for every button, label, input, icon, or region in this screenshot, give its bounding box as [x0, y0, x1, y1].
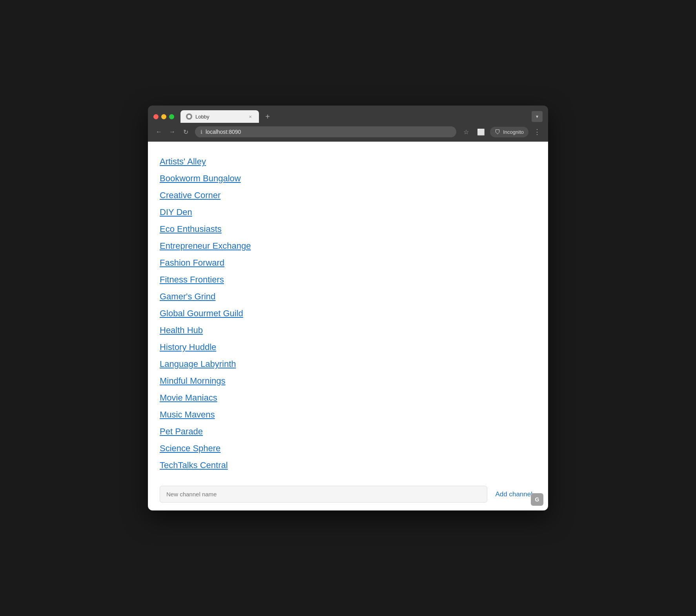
grammarly-icon: G [531, 493, 543, 506]
channel-link[interactable]: Movie Maniacs [160, 390, 217, 406]
address-bar: ← → ↻ ℹ localhost:8090 ☆ ⬜ ⛉ Incognito ⋮ [148, 123, 548, 142]
address-actions: ☆ ⬜ ⛉ Incognito ⋮ [460, 126, 543, 138]
incognito-button[interactable]: ⛉ Incognito [490, 127, 528, 137]
forward-button[interactable]: → [167, 126, 178, 137]
channel-link[interactable]: Fashion Forward [160, 255, 224, 271]
traffic-lights [153, 114, 174, 119]
list-item: Fitness Frontiers [160, 272, 536, 288]
list-item: Eco Enthusiasts [160, 221, 536, 237]
tab-right-area: ▾ [532, 111, 543, 122]
list-item: Gamer's Grind [160, 288, 536, 304]
maximize-traffic-light[interactable] [169, 114, 174, 119]
minimize-traffic-light[interactable] [161, 114, 166, 119]
active-tab[interactable]: Lobby × [180, 110, 259, 123]
channel-link[interactable]: Creative Corner [160, 187, 220, 203]
tab-title: Lobby [195, 114, 244, 120]
list-item: Creative Corner [160, 187, 536, 203]
channel-link[interactable]: Mindful Mornings [160, 373, 226, 389]
add-channel-button[interactable]: Add channel [491, 486, 536, 503]
split-view-button[interactable]: ⬜ [475, 126, 487, 138]
channel-link[interactable]: Pet Parade [160, 423, 203, 439]
channel-link[interactable]: Bookworm Bungalow [160, 170, 241, 186]
tab-close-button[interactable]: × [247, 113, 253, 120]
list-item: TechTalks Central [160, 457, 536, 473]
address-input-container[interactable]: ℹ localhost:8090 [195, 126, 456, 137]
channel-link[interactable]: Gamer's Grind [160, 288, 215, 304]
tab-favicon [186, 113, 192, 120]
new-channel-input[interactable] [160, 486, 487, 503]
list-item: Music Mavens [160, 406, 536, 423]
tab-dropdown-button[interactable]: ▾ [532, 111, 543, 122]
browser-window: Lobby × + ▾ ← → ↻ ℹ localhost:8090 ☆ ⬜ ⛉ [148, 106, 548, 510]
channel-link[interactable]: Global Gourmet Guild [160, 305, 243, 321]
list-item: Artists' Alley [160, 153, 536, 169]
channel-link[interactable]: Music Mavens [160, 406, 215, 423]
list-item: Health Hub [160, 322, 536, 338]
list-item: Global Gourmet Guild [160, 305, 536, 321]
channel-link[interactable]: History Huddle [160, 339, 216, 355]
browser-menu-button[interactable]: ⋮ [532, 126, 543, 137]
incognito-label: Incognito [503, 129, 524, 135]
bookmark-button[interactable]: ☆ [460, 126, 472, 138]
list-item: Science Sphere [160, 440, 536, 456]
page-wrapper: Artists' AlleyBookworm BungalowCreative … [148, 142, 548, 510]
channel-link[interactable]: DIY Den [160, 204, 192, 220]
channel-link[interactable]: Artists' Alley [160, 153, 206, 169]
tab-row: Lobby × + ▾ [153, 110, 543, 123]
list-item: Fashion Forward [160, 255, 536, 271]
url-display: localhost:8090 [206, 129, 451, 135]
list-item: Movie Maniacs [160, 390, 536, 406]
close-traffic-light[interactable] [153, 114, 159, 119]
list-item: Mindful Mornings [160, 373, 536, 389]
channel-link[interactable]: Eco Enthusiasts [160, 221, 222, 237]
svg-point-0 [188, 115, 191, 118]
channel-link[interactable]: Language Labyrinth [160, 356, 236, 372]
new-tab-button[interactable]: + [262, 111, 273, 122]
reload-button[interactable]: ↻ [180, 126, 191, 137]
list-item: DIY Den [160, 204, 536, 220]
list-item: Pet Parade [160, 423, 536, 439]
list-item: Language Labyrinth [160, 356, 536, 372]
nav-buttons: ← → ↻ [153, 126, 191, 137]
back-button[interactable]: ← [153, 126, 164, 137]
list-item: History Huddle [160, 339, 536, 355]
page-content: Artists' AlleyBookworm BungalowCreative … [148, 142, 548, 510]
channel-link[interactable]: Science Sphere [160, 440, 220, 456]
incognito-icon: ⛉ [495, 129, 501, 135]
add-channel-row: Add channel [160, 482, 536, 503]
list-item: Bookworm Bungalow [160, 170, 536, 186]
channel-list: Artists' AlleyBookworm BungalowCreative … [160, 153, 536, 474]
channel-link[interactable]: Health Hub [160, 322, 203, 338]
channel-link[interactable]: TechTalks Central [160, 457, 228, 473]
title-bar: Lobby × + ▾ [148, 106, 548, 123]
channel-link[interactable]: Fitness Frontiers [160, 272, 224, 288]
channel-link[interactable]: Entrepreneur Exchange [160, 238, 251, 254]
secure-icon: ℹ [200, 129, 202, 135]
list-item: Entrepreneur Exchange [160, 238, 536, 254]
